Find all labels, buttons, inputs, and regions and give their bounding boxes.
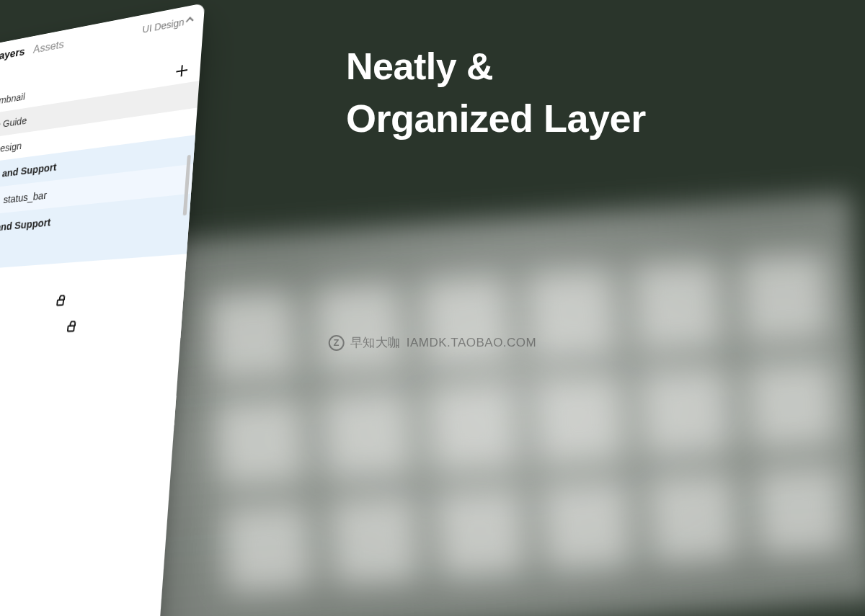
blurred-thumbnails bbox=[207, 253, 846, 594]
lock-icon[interactable] bbox=[67, 324, 75, 331]
page-selector-label: UI Design bbox=[142, 17, 185, 35]
lock-icon[interactable] bbox=[56, 298, 64, 305]
layers-panel: Layers Assets UI Design Pages Thumbnail bbox=[0, 3, 205, 616]
tab-assets[interactable]: Assets bbox=[32, 37, 65, 56]
chevron-up-icon bbox=[186, 17, 194, 24]
page-item-label: Style Guide bbox=[0, 115, 27, 133]
layer-label: Content bbox=[0, 317, 172, 339]
add-page-icon[interactable] bbox=[176, 64, 188, 77]
page-item-label: Thumbnail bbox=[0, 91, 26, 109]
tab-layers[interactable]: Layers bbox=[0, 45, 26, 64]
page-item-label: UI Design bbox=[0, 140, 22, 156]
headline: Neatly & Organized Layer bbox=[346, 43, 646, 143]
layer-label: 00003187 bbox=[0, 403, 165, 418]
headline-line-1: Neatly & bbox=[346, 43, 646, 90]
layer-row-group-id[interactable]: 00003187 bbox=[0, 396, 177, 425]
page-selector[interactable]: UI Design bbox=[142, 14, 193, 35]
headline-line-2: Organized Layer bbox=[346, 94, 646, 143]
